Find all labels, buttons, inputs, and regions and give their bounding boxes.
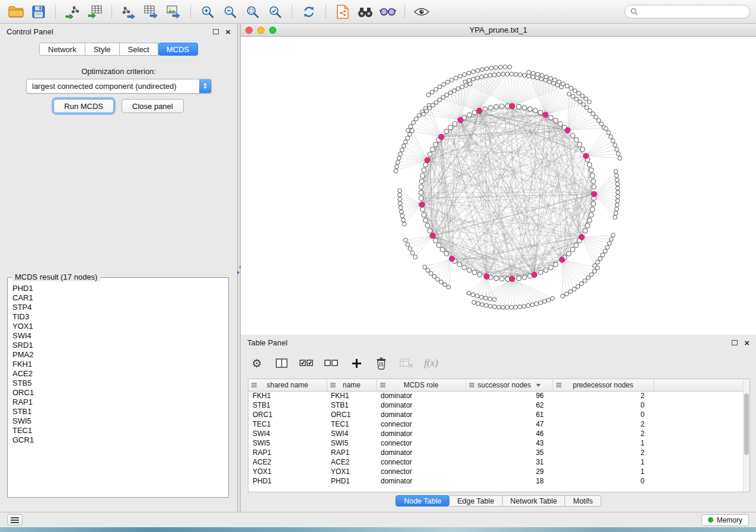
cell-successors: 46 [465, 429, 553, 438]
column-label: MCDS role [404, 381, 439, 389]
table-row[interactable]: RAP1RAP1dominator352 [248, 448, 744, 457]
desktop-wallpaper-strip [0, 527, 756, 532]
show-columns-icon[interactable] [274, 355, 289, 371]
close-panel-icon[interactable]: × [225, 27, 231, 36]
cell-predecessors: 2 [553, 419, 653, 429]
maximize-window-icon[interactable] [269, 27, 276, 34]
mcds-result-item[interactable]: ACE2 [12, 369, 227, 379]
mcds-result-box: MCDS result (17 nodes) PHD1CAR1STP4TID3Y… [7, 277, 229, 498]
mcds-result-item[interactable]: GCR1 [12, 435, 227, 445]
show-details-eye-icon[interactable] [412, 3, 432, 21]
float-panel-icon[interactable] [213, 29, 219, 34]
float-table-panel-icon[interactable] [732, 340, 738, 345]
memory-label: Memory [717, 516, 742, 524]
cell-shared-name: PHD1 [248, 476, 327, 486]
table-row[interactable]: ORC1ORC1dominator610 [248, 410, 744, 419]
mcds-result-item[interactable]: CAR1 [12, 293, 227, 303]
tab-motifs[interactable]: Motifs [565, 495, 601, 507]
column-header-predecessor-nodes[interactable]: predecessor nodes [553, 379, 653, 391]
cell-shared-name: STB1 [248, 400, 327, 410]
create-column-plus-icon[interactable] [349, 355, 364, 371]
mcds-result-item[interactable]: TID3 [12, 312, 227, 322]
node-table-body: FKH1FKH1dominator962STB1STB1dominator620… [248, 391, 744, 486]
mcds-result-item[interactable]: SWI5 [12, 416, 227, 426]
cell-role: connector [377, 419, 465, 429]
table-row[interactable]: PHD1PHD1dominator180 [248, 476, 744, 486]
apply-layout-icon[interactable] [299, 3, 319, 21]
cell-name: TEC1 [327, 419, 377, 429]
import-network-icon[interactable] [62, 3, 82, 21]
table-scrollbar[interactable] [743, 379, 749, 492]
mcds-result-item[interactable]: TEC1 [12, 426, 227, 435]
export-image-icon[interactable] [164, 3, 184, 21]
criterion-select[interactable]: largest connected component (undirected) [26, 79, 212, 94]
select-all-columns-icon[interactable] [299, 355, 314, 371]
cell-name: ACE2 [327, 457, 377, 467]
column-header-successor-nodes[interactable]: successor nodes [465, 379, 553, 391]
tab-select[interactable]: Select [120, 43, 158, 56]
mcds-result-item[interactable]: STP4 [12, 303, 227, 312]
import-table-icon[interactable] [85, 3, 105, 21]
column-header-shared-name[interactable]: shared name [248, 379, 327, 391]
main-toolbar [0, 0, 756, 24]
mcds-result-item[interactable]: YOX1 [12, 322, 227, 331]
cell-shared-name: ACE2 [248, 457, 327, 467]
mcds-result-item[interactable]: SWI4 [12, 331, 227, 341]
table-row[interactable]: YOX1YOX1connector291 [248, 467, 744, 476]
table-scrollbar-thumb[interactable] [744, 393, 749, 455]
mcds-result-item[interactable]: STB5 [12, 379, 227, 388]
mcds-result-item[interactable]: ORC1 [12, 388, 227, 398]
close-panel-button[interactable]: Close panel [122, 99, 184, 113]
tab-node-table[interactable]: Node Table [395, 495, 449, 507]
table-settings-gear-icon[interactable]: ⚙ [249, 355, 264, 371]
column-header-name[interactable]: name [327, 379, 377, 391]
cell-filler [653, 438, 744, 448]
zoom-out-icon[interactable] [220, 3, 240, 21]
criterion-selected-value: largest connected component (undirected) [32, 82, 177, 91]
mcds-result-item[interactable]: SRD1 [12, 341, 227, 350]
tab-style[interactable]: Style [85, 43, 120, 56]
table-row[interactable]: ACE2ACE2connector311 [248, 457, 744, 467]
tab-edge-table[interactable]: Edge Table [449, 495, 502, 507]
status-menu-button[interactable] [7, 514, 23, 525]
mcds-result-item[interactable]: PMA2 [12, 350, 227, 360]
delete-column-trash-icon[interactable] [374, 355, 389, 371]
search-input[interactable] [642, 8, 744, 16]
run-mcds-button[interactable]: Run MCDS [53, 99, 114, 113]
tab-mcds[interactable]: MCDS [158, 43, 198, 56]
tab-network-table[interactable]: Network Table [503, 495, 566, 507]
export-web-icon[interactable] [333, 3, 353, 21]
find-icon[interactable] [355, 3, 375, 21]
export-network-icon[interactable] [119, 3, 139, 21]
sort-descending-icon[interactable] [536, 384, 541, 389]
zoom-selected-icon[interactable] [265, 3, 285, 21]
open-file-icon[interactable] [6, 3, 26, 21]
tab-network[interactable]: Network [39, 43, 85, 56]
mcds-result-item[interactable]: STB1 [12, 407, 227, 416]
memory-button[interactable]: Memory [701, 514, 749, 526]
cell-filler [653, 457, 744, 467]
mcds-result-item[interactable]: FKH1 [12, 360, 227, 369]
table-row[interactable]: TEC1TEC1connector472 [248, 419, 744, 429]
minimize-window-icon[interactable] [257, 27, 264, 34]
mcds-result-item[interactable]: RAP1 [12, 398, 227, 407]
export-table-icon[interactable] [141, 3, 161, 21]
close-window-icon[interactable] [245, 27, 253, 34]
table-row[interactable]: SWI5SWI5connector431 [248, 438, 744, 448]
cell-successors: 31 [465, 457, 553, 467]
table-row[interactable]: FKH1FKH1dominator962 [248, 391, 744, 400]
network-window-titlebar[interactable]: YPA_prune.txt_1 [241, 24, 756, 37]
network-canvas[interactable] [241, 37, 756, 335]
select-chevrons-icon [199, 79, 211, 93]
zoom-fit-icon[interactable] [243, 3, 263, 21]
toolbar-separator [55, 5, 56, 19]
save-session-icon[interactable] [28, 3, 49, 21]
column-header-mcds-role[interactable]: MCDS role [377, 379, 465, 391]
glasses-icon[interactable] [378, 3, 398, 21]
mcds-result-item[interactable]: PHD1 [12, 284, 227, 293]
zoom-in-icon[interactable] [197, 3, 218, 21]
table-row[interactable]: STB1STB1dominator620 [248, 400, 744, 410]
table-row[interactable]: SWI4SWI4dominator462 [248, 429, 744, 438]
deselect-all-columns-icon[interactable] [324, 355, 339, 371]
close-table-panel-icon[interactable]: × [744, 338, 749, 347]
